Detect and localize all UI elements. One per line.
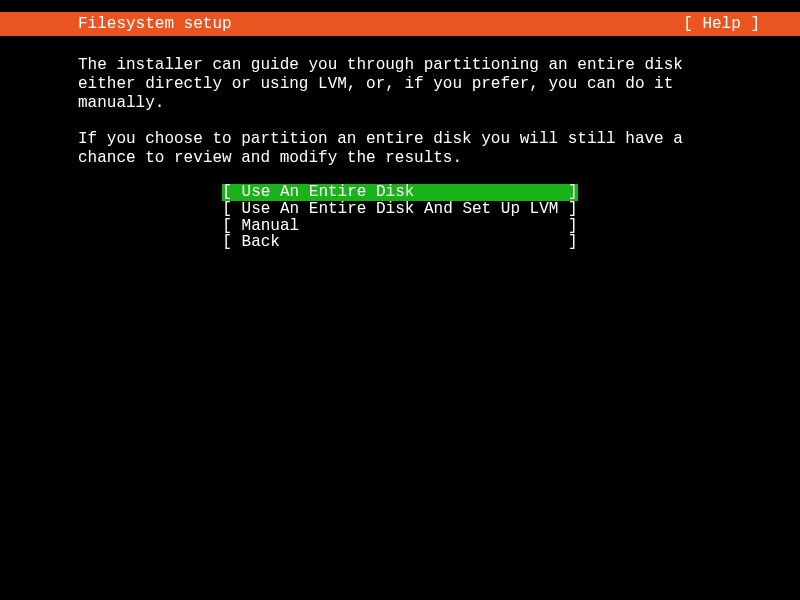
bracket-left: [ bbox=[222, 233, 241, 251]
bracket-left: [ bbox=[222, 183, 241, 201]
menu-label: Use An Entire Disk And Set Up LVM bbox=[242, 200, 559, 218]
menu-container: [ Use An Entire Disk ] [ Use An Entire D… bbox=[78, 184, 722, 251]
menu-label: Back bbox=[242, 233, 559, 251]
page-title: Filesystem setup bbox=[0, 15, 232, 33]
menu-wrapper: [ Use An Entire Disk ] [ Use An Entire D… bbox=[222, 184, 577, 251]
menu-item-back[interactable]: [ Back ] bbox=[222, 234, 577, 251]
bracket-right: ] bbox=[558, 183, 577, 201]
menu-item-use-entire-disk[interactable]: [ Use An Entire Disk ] bbox=[222, 184, 577, 201]
header-bar: Filesystem setup [ Help ] bbox=[0, 12, 800, 36]
bracket-left: [ bbox=[222, 217, 241, 235]
bracket-left: [ bbox=[222, 200, 241, 218]
description-para-2: If you choose to partition an entire dis… bbox=[78, 130, 722, 168]
content-area: The installer can guide you through part… bbox=[0, 36, 800, 251]
bracket-right: ] bbox=[558, 233, 577, 251]
bracket-right: ] bbox=[558, 200, 577, 218]
menu-item-manual[interactable]: [ Manual ] bbox=[222, 218, 577, 235]
description-para-1: The installer can guide you through part… bbox=[78, 56, 722, 114]
menu-item-use-entire-disk-lvm[interactable]: [ Use An Entire Disk And Set Up LVM ] bbox=[222, 201, 577, 218]
help-button[interactable]: [ Help ] bbox=[683, 15, 800, 33]
menu-label: Use An Entire Disk bbox=[242, 183, 559, 201]
bracket-right: ] bbox=[558, 217, 577, 235]
menu-label: Manual bbox=[242, 217, 559, 235]
